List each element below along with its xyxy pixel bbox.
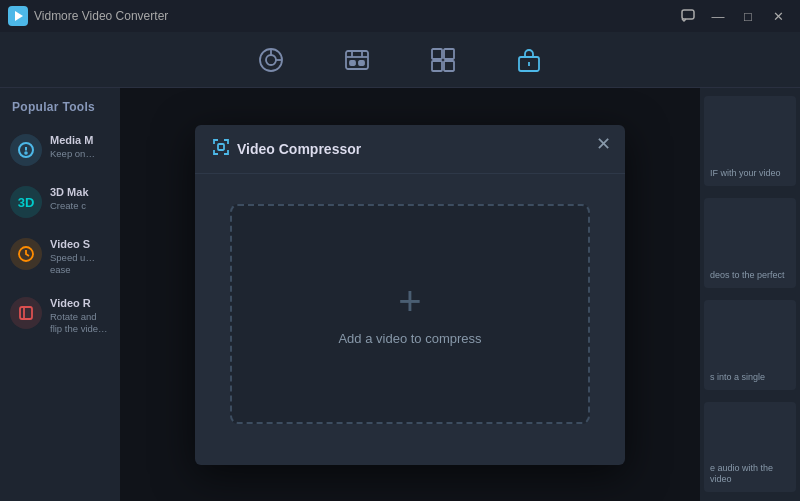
svg-rect-10 bbox=[432, 49, 442, 59]
svg-rect-2 bbox=[682, 10, 694, 19]
compress-icon bbox=[213, 139, 229, 159]
chat-button[interactable] bbox=[674, 5, 702, 27]
svg-rect-12 bbox=[432, 61, 442, 71]
rotate-icon bbox=[10, 297, 42, 329]
3d-icon: 3D bbox=[10, 186, 42, 218]
nav-converter[interactable] bbox=[258, 47, 284, 73]
video-compressor-modal: Video Compressor ✕ + Add a video to comp… bbox=[195, 125, 625, 465]
main-layout: Popular Tools Media M Keep on… 3D 3D Mak bbox=[0, 88, 800, 501]
nav-collage[interactable] bbox=[430, 47, 456, 73]
nav-editor[interactable] bbox=[344, 47, 370, 73]
svg-rect-9 bbox=[359, 61, 364, 65]
svg-rect-11 bbox=[444, 49, 454, 59]
app-logo bbox=[8, 6, 28, 26]
speed-text: Video S Speed u… ease bbox=[50, 238, 110, 277]
right-card-2: deos to the perfect bbox=[704, 198, 796, 288]
rotate-text: Video R Rotate and flip the video as you… bbox=[50, 297, 110, 336]
svg-rect-8 bbox=[350, 61, 355, 65]
sidebar-tool-rotate[interactable]: Video R Rotate and flip the video as you… bbox=[0, 287, 120, 346]
modal-overlay: Video Compressor ✕ + Add a video to comp… bbox=[120, 88, 700, 501]
window-controls: — □ ✕ bbox=[674, 5, 792, 27]
right-card-4: e audio with the video bbox=[704, 402, 796, 492]
titlebar: Vidmore Video Converter — □ ✕ bbox=[0, 0, 800, 32]
sidebar-title: Popular Tools bbox=[0, 100, 120, 124]
media-icon bbox=[10, 134, 42, 166]
svg-point-18 bbox=[25, 152, 27, 154]
modal-body: + Add a video to compress bbox=[195, 174, 625, 448]
drop-zone-text: Add a video to compress bbox=[338, 331, 481, 346]
top-navigation bbox=[0, 32, 800, 88]
nav-toolbox[interactable] bbox=[516, 47, 542, 73]
video-drop-zone[interactable]: + Add a video to compress bbox=[230, 204, 590, 424]
modal-header: Video Compressor ✕ bbox=[195, 125, 625, 174]
svg-rect-20 bbox=[20, 307, 32, 319]
svg-point-4 bbox=[266, 55, 276, 65]
svg-rect-22 bbox=[218, 144, 224, 150]
right-panel: IF with your video deos to the perfect s… bbox=[700, 88, 800, 501]
svg-rect-5 bbox=[346, 51, 368, 69]
media-text: Media M Keep on… bbox=[50, 134, 95, 160]
add-icon: + bbox=[398, 281, 421, 321]
svg-rect-13 bbox=[444, 61, 454, 71]
minimize-button[interactable]: — bbox=[704, 5, 732, 27]
modal-close-button[interactable]: ✕ bbox=[596, 135, 611, 153]
sidebar: Popular Tools Media M Keep on… 3D 3D Mak bbox=[0, 88, 120, 501]
modal-title: Video Compressor bbox=[237, 141, 361, 157]
speed-icon bbox=[10, 238, 42, 270]
sidebar-tool-3d[interactable]: 3D 3D Mak Create c bbox=[0, 176, 120, 228]
close-button[interactable]: ✕ bbox=[764, 5, 792, 27]
right-card-3: s into a single bbox=[704, 300, 796, 390]
app-title: Vidmore Video Converter bbox=[34, 9, 674, 23]
sidebar-tool-speed[interactable]: Video S Speed u… ease bbox=[0, 228, 120, 287]
maximize-button[interactable]: □ bbox=[734, 5, 762, 27]
right-card-1: IF with your video bbox=[704, 96, 796, 186]
3d-text: 3D Mak Create c bbox=[50, 186, 89, 212]
content-area: Video Compressor ✕ + Add a video to comp… bbox=[120, 88, 700, 501]
sidebar-tool-media[interactable]: Media M Keep on… bbox=[0, 124, 120, 176]
